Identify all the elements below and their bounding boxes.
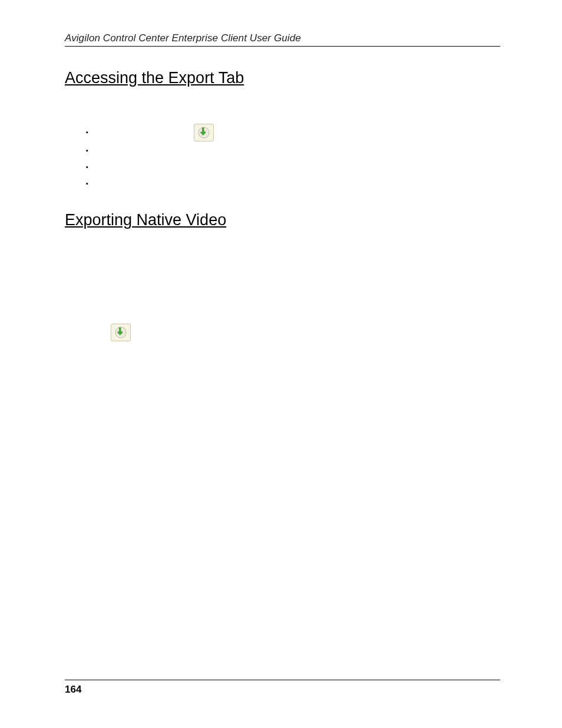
bullet-item-image-panel: Right-click an image panel and select Ex… — [86, 176, 500, 192]
bullet-text: Select File > Export. — [99, 143, 194, 159]
step-text: In the Format drop down list, select Nat… — [86, 347, 287, 363]
bullet-text-after: . — [216, 124, 219, 141]
bullet-item-toolbar: On the toolbar, click . — [86, 123, 500, 143]
footer-rule — [65, 680, 500, 680]
step-text-before: Click — [86, 324, 109, 340]
bullet-item-file-export: Select File > Export. — [86, 143, 500, 159]
accessing-intro: The Export tab can be accessed in any of… — [65, 104, 500, 118]
page-number: 164 — [65, 684, 500, 696]
section-title-accessing-export-tab: Accessing the Export Tab — [65, 69, 500, 87]
running-header: Avigilon Control Center Enterprise Clien… — [65, 32, 500, 44]
native-steps: Click to open the Export tab. For more i… — [65, 324, 500, 364]
accessing-bullet-list: On the toolbar, click . Select File > Ex… — [65, 123, 500, 192]
export-icon — [194, 124, 214, 141]
bullet-text: On the toolbar, click — [99, 124, 192, 141]
header-rule — [65, 46, 500, 47]
document-page: Avigilon Control Center Enterprise Clien… — [0, 0, 562, 728]
bullet-text: In the System Explorer, right-click a ca… — [99, 159, 391, 176]
bullet-text: Right-click an image panel and select Ex… — [99, 176, 311, 192]
section-title-exporting-native-video: Exporting Native Video — [65, 211, 500, 229]
export-icon — [111, 324, 131, 341]
step-text-after: to open the Export tab. For more informa… — [133, 324, 489, 340]
step-select-native: In the Format drop down list, select Nat… — [86, 346, 500, 364]
page-footer: 164 — [65, 680, 500, 696]
bullet-item-system-explorer: In the System Explorer, right-click a ca… — [86, 159, 500, 176]
step-open-export-tab: Click to open the Export tab. For more i… — [86, 324, 500, 341]
native-paragraph: The Avigilon Native Video Export format … — [65, 246, 500, 317]
